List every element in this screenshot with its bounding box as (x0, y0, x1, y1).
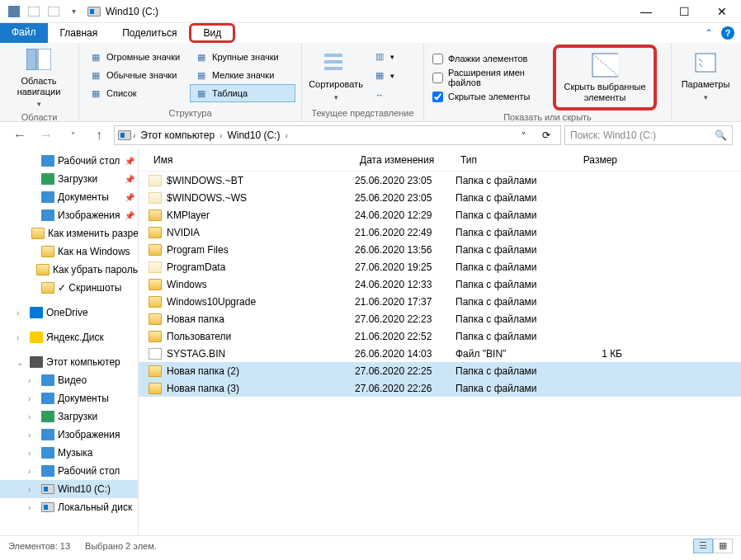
file-tab[interactable]: Файл (0, 23, 48, 43)
folder-icon (149, 279, 162, 290)
help-icon[interactable]: ? (721, 26, 734, 40)
view-tab[interactable]: Вид (189, 23, 235, 43)
svg-rect-4 (38, 49, 51, 70)
qat-dropdown[interactable]: ▾ (64, 2, 83, 21)
tree-item[interactable]: Как изменить разрешение (0, 224, 138, 242)
pin-icon: 📌 (125, 175, 135, 184)
tree-item[interactable]: ›Локальный диск (0, 498, 138, 516)
layout-option[interactable]: ▦Обычные значки (84, 66, 190, 84)
col-type[interactable]: Тип (455, 154, 555, 166)
hidden-items-checkbox[interactable]: Скрытые элементы (429, 87, 553, 106)
svg-rect-10 (41, 155, 54, 167)
tree-item[interactable]: ›Изображения (0, 426, 138, 444)
window-icon[interactable] (5, 2, 23, 21)
layout-option[interactable]: ▦Огромные значки (84, 48, 190, 66)
tree-item[interactable]: ›Видео (0, 371, 138, 389)
file-row[interactable]: Новая папка27.06.2020 22:23Папка с файла… (139, 310, 741, 327)
layout-option[interactable]: ▦Таблица (190, 84, 295, 102)
history-dropdown[interactable]: ˅ (512, 131, 534, 140)
forward-button[interactable]: → (35, 124, 58, 147)
add-columns-button[interactable]: ▦▾ (368, 67, 399, 85)
layout-icon: ▦ (89, 68, 102, 82)
tree-item[interactable]: Как убрать пароль (0, 261, 138, 279)
file-row[interactable]: Program Files26.06.2020 13:56Папка с фай… (139, 241, 741, 258)
navigation-tree[interactable]: Рабочий стол📌Загрузки📌Документы📌Изображе… (0, 148, 139, 535)
col-date[interactable]: Дата изменения (355, 154, 455, 166)
refresh-button[interactable]: ⟳ (536, 129, 557, 141)
file-row[interactable]: ProgramData27.06.2020 19:25Папка с файла… (139, 258, 741, 275)
file-row[interactable]: $WINDOWS.~WS25.06.2020 23:05Папка с файл… (139, 189, 741, 206)
item-checkboxes-checkbox[interactable]: Флажки элементов (429, 49, 553, 68)
file-row[interactable]: Новая папка (3)27.06.2020 22:26Папка с ф… (139, 379, 741, 397)
qat-item[interactable] (45, 2, 63, 21)
sort-button[interactable]: Сортировать ▾ (307, 48, 365, 103)
tree-item[interactable]: Рабочий стол📌 (0, 152, 138, 170)
breadcrumb-segment[interactable]: Wind10 (C:) (224, 129, 283, 141)
svg-rect-1 (28, 7, 40, 16)
group-label: Текущее представление (307, 106, 418, 120)
folder-icon (149, 261, 162, 273)
add-column-icon: ▦ (373, 69, 386, 82)
tree-icon (41, 246, 54, 257)
tree-item[interactable]: ›Музыка (0, 444, 138, 462)
file-row[interactable]: Windows10Upgrade21.06.2020 17:37Папка с … (139, 293, 741, 310)
size-columns-button[interactable]: ↔ (368, 86, 399, 104)
layout-option[interactable]: ▦Список (84, 84, 190, 102)
file-row[interactable]: Пользователи21.06.2020 22:52Папка с файл… (139, 327, 741, 345)
up-button[interactable]: ↑ (87, 124, 111, 147)
maximize-button[interactable]: ☐ (665, 0, 703, 23)
svg-rect-12 (41, 191, 54, 203)
tree-item[interactable]: ›Рабочий стол (0, 462, 138, 480)
qat-item[interactable] (25, 2, 43, 21)
file-row[interactable]: Windows24.06.2020 12:33Папка с файлами (139, 275, 741, 293)
close-button[interactable]: ✕ (703, 0, 741, 23)
navigation-pane-button[interactable]: Область навигации ▾ (5, 45, 73, 111)
file-row[interactable]: $WINDOWS.~BT25.06.2020 23:05Папка с файл… (139, 172, 741, 189)
tree-icon (36, 264, 50, 275)
tree-item[interactable]: ✓ Скриншоты (0, 279, 138, 297)
back-button[interactable]: ← (8, 124, 31, 147)
options-icon (692, 49, 719, 76)
col-size[interactable]: Размер (555, 154, 622, 166)
svg-rect-9 (696, 54, 715, 72)
tree-item[interactable]: ›Яндекс.Диск (0, 328, 138, 346)
svg-rect-16 (30, 356, 43, 368)
svg-rect-0 (8, 6, 20, 17)
thumbs-view-button[interactable]: ▦ (713, 539, 733, 553)
col-name[interactable]: Имя (149, 154, 355, 166)
layout-option[interactable]: ▦Мелкие значки (190, 66, 295, 84)
options-button[interactable]: Параметры ▾ (677, 48, 734, 103)
file-row[interactable]: Новая папка (2)27.06.2020 22:25Папка с ф… (139, 362, 741, 379)
tree-item[interactable]: Документы📌 (0, 188, 138, 206)
folder-icon (149, 227, 162, 238)
svg-rect-22 (41, 465, 54, 477)
file-list[interactable]: Имя Дата изменения Тип Размер $WINDOWS.~… (139, 148, 741, 535)
details-view-button[interactable]: ☰ (693, 539, 713, 553)
hide-selected-button[interactable]: Скрыть выбранные элементы (553, 45, 657, 111)
column-headers[interactable]: Имя Дата изменения Тип Размер (139, 148, 741, 172)
drive-icon (118, 129, 131, 141)
file-row[interactable]: NVIDIA21.06.2020 22:49Папка с файлами (139, 224, 741, 241)
tree-item[interactable]: ›Wind10 (C:) (0, 480, 138, 498)
search-input[interactable]: Поиск: Wind10 (C:) 🔍 (564, 125, 733, 145)
tree-item[interactable]: Загрузки📌 (0, 170, 138, 188)
tree-item[interactable]: ›Загрузки (0, 407, 138, 426)
layout-option[interactable]: ▦Крупные значки (190, 48, 295, 66)
home-tab[interactable]: Главная (48, 23, 111, 43)
tree-item[interactable]: ›OneDrive (0, 304, 138, 322)
svg-rect-21 (41, 447, 54, 459)
minimize-button[interactable]: — (627, 0, 665, 23)
breadcrumb-segment[interactable]: Этот компьютер (137, 129, 218, 141)
recent-dropdown[interactable]: ˅ (61, 124, 84, 147)
tree-item[interactable]: Изображения📌 (0, 206, 138, 224)
tree-item[interactable]: ›Документы (0, 389, 138, 407)
file-row[interactable]: SYSTAG.BIN26.06.2020 14:03Файл "BIN"1 КБ (139, 345, 741, 362)
collapse-ribbon-button[interactable]: ⌃ (705, 27, 713, 39)
tree-item[interactable]: ⌄Этот компьютер (0, 353, 138, 371)
file-row[interactable]: KMPlayer24.06.2020 12:29Папка с файлами (139, 206, 741, 224)
tree-item[interactable]: Как на Windows (0, 242, 138, 261)
group-by-button[interactable]: ▥▾ (368, 48, 399, 66)
share-tab[interactable]: Поделиться (110, 23, 189, 43)
file-ext-checkbox[interactable]: Расширения имен файлов (429, 68, 553, 87)
address-bar[interactable]: › Этот компьютер › Wind10 (C:) › ˅ ⟳ (114, 125, 561, 145)
